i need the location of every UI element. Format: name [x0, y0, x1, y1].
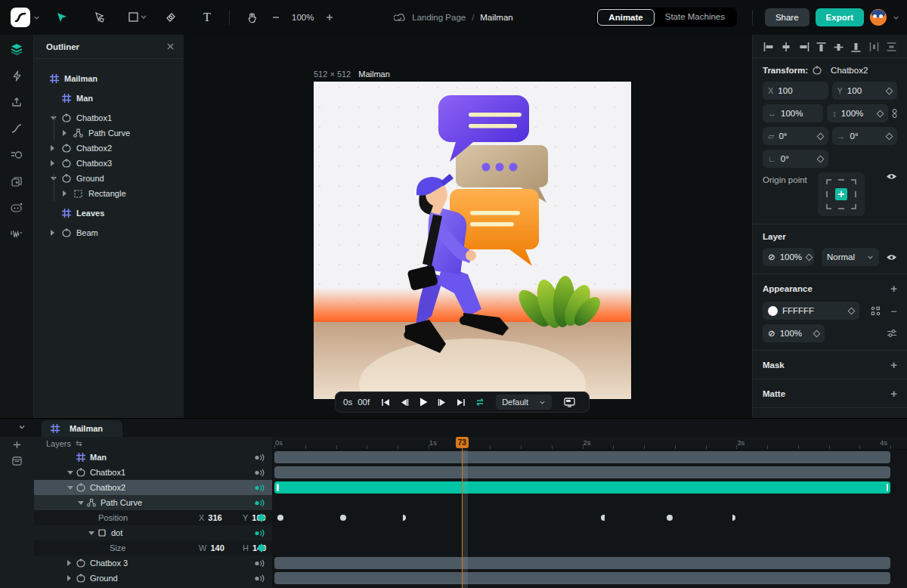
transform-field[interactable]: X100 — [763, 82, 828, 100]
transform-field[interactable]: ▱0° — [763, 127, 828, 145]
expander-closed-icon[interactable] — [63, 190, 67, 197]
keyframe-diamond-icon[interactable] — [816, 132, 824, 140]
layer-visibility-eye-icon[interactable] — [886, 253, 897, 262]
fill-color-field[interactable]: FFFFFF — [763, 302, 859, 320]
share-button[interactable]: Share — [765, 8, 809, 26]
timeline-bar[interactable] — [274, 466, 890, 478]
play-button[interactable] — [417, 397, 429, 407]
skip-to-start-button[interactable] — [379, 397, 392, 407]
timeline-row-chatbox1[interactable]: Chatbox1 — [34, 465, 272, 480]
animation-toggle-icon[interactable] — [254, 559, 265, 568]
keyframe-circle[interactable] — [667, 515, 673, 521]
add-fill-button[interactable]: + — [890, 282, 897, 295]
loop-toggle-icon[interactable] — [474, 397, 486, 407]
animation-toggle-icon[interactable] — [254, 499, 265, 507]
timeline-bar[interactable] — [274, 572, 890, 584]
add-layer-button[interactable] — [13, 441, 21, 449]
shape-tool[interactable] — [125, 6, 150, 29]
timeline-ruler[interactable]: 0s1s2s3s4s — [272, 437, 907, 450]
track-chatbox-3[interactable] — [272, 556, 907, 571]
remove-fill-button[interactable]: − — [890, 305, 897, 317]
playhead-frame-badge[interactable]: 73 — [456, 437, 469, 448]
add-matte-button[interactable]: + — [890, 387, 897, 400]
keyframe-diamond-icon[interactable] — [876, 110, 884, 117]
origin-visibility-eye-icon[interactable] — [886, 172, 897, 181]
layers-sort-icon[interactable]: ⇆ — [76, 439, 82, 447]
pan-hand-tool[interactable] — [239, 6, 265, 29]
track-ground[interactable] — [272, 571, 907, 586]
outliner-item-ground[interactable]: Ground — [34, 171, 184, 186]
zoom-out-button[interactable] — [268, 6, 284, 29]
layer-opacity-field[interactable]: ⊘ 100% — [763, 248, 814, 266]
timeline-row-dot[interactable]: dot — [34, 525, 272, 540]
logo-menu-chevron-icon[interactable] — [33, 14, 40, 21]
expander-open-icon[interactable] — [78, 501, 84, 505]
transform-field[interactable]: →0° — [832, 127, 898, 145]
bar-end-cap[interactable] — [887, 484, 889, 491]
outliner-item-leaves[interactable]: Leaves — [34, 206, 184, 221]
scale-link-icon[interactable] — [892, 108, 897, 119]
animation-toggle-icon[interactable] — [254, 453, 265, 462]
blend-mode-dropdown[interactable]: Normal — [822, 248, 879, 266]
outliner-item-man[interactable]: Man — [34, 91, 184, 106]
rive-logo[interactable] — [11, 8, 30, 27]
duplicate-icon[interactable] — [10, 175, 23, 188]
timeline-row-man[interactable]: Man — [34, 450, 272, 465]
expander-closed-icon[interactable] — [51, 230, 54, 236]
outliner-item-chatbox3[interactable]: Chatbox3 — [34, 156, 184, 171]
outliner-item-chatbox2[interactable]: Chatbox2 — [34, 141, 184, 156]
property-value-1[interactable]: W140 — [199, 543, 224, 552]
track-size[interactable] — [272, 540, 907, 556]
outliner-item-rectangle[interactable]: Rectangle — [34, 186, 184, 201]
keyframe-circle[interactable] — [277, 515, 283, 521]
timeline-bar[interactable] — [274, 451, 890, 463]
keyframe-half[interactable] — [403, 515, 407, 521]
transform-field[interactable]: ↔100% — [763, 104, 823, 122]
timeline-row-chatbox-3[interactable]: Chatbox 3 — [34, 556, 272, 571]
presentation-mode-icon[interactable] — [563, 397, 575, 407]
fill-opacity-field[interactable]: ⊘ 100% — [763, 324, 825, 342]
align-vertical-center-icon[interactable] — [833, 42, 844, 52]
export-share-icon[interactable] — [10, 95, 23, 109]
timeline-row-size[interactable]: SizeW140H140 — [34, 540, 272, 556]
animation-toggle-icon[interactable] — [254, 469, 265, 477]
align-right-icon[interactable] — [798, 42, 809, 52]
keyframe-diamond-icon[interactable] — [813, 330, 821, 337]
node-edit-tool[interactable] — [87, 6, 113, 29]
fill-color-swatch[interactable] — [768, 306, 778, 316]
add-mask-button[interactable]: + — [890, 358, 897, 371]
track-chatbox1[interactable] — [272, 465, 907, 480]
expander-closed-icon[interactable] — [67, 560, 71, 566]
keyframe-toggle[interactable] — [258, 545, 265, 551]
outliner-item-path-curve[interactable]: Path Curve — [34, 125, 184, 141]
keyframe-diamond-icon[interactable] — [257, 513, 265, 521]
keyframe-diamond-icon[interactable] — [886, 87, 893, 94]
events-icon[interactable] — [10, 69, 23, 82]
keyframe-diamond-icon[interactable] — [886, 132, 893, 140]
fill-style-grid-icon[interactable] — [871, 306, 881, 316]
track-man[interactable] — [272, 450, 907, 465]
timeline-row-chatbox2[interactable]: Chatbox2 — [34, 480, 272, 495]
track-chatbox2[interactable] — [272, 480, 907, 495]
track-position[interactable] — [272, 510, 907, 525]
expander-open-icon[interactable] — [88, 531, 94, 535]
timeline-collapse-chevron-icon[interactable] — [18, 423, 26, 431]
expander-closed-icon[interactable] — [67, 575, 71, 581]
keyframe-diamond-icon[interactable] — [257, 543, 265, 552]
animation-toggle-icon[interactable] — [254, 529, 265, 537]
keyframe-diamond-icon[interactable] — [817, 155, 825, 162]
expander-closed-icon[interactable] — [51, 160, 54, 166]
track-dot[interactable] — [272, 525, 907, 540]
align-top-icon[interactable] — [816, 42, 827, 52]
track-path-curve[interactable] — [272, 495, 907, 510]
canvas-stage[interactable]: 512 × 512 Mailman — [184, 35, 752, 418]
timeline-bar[interactable] — [274, 557, 890, 569]
artboard-canvas[interactable] — [314, 82, 631, 399]
timeline-bar-selected[interactable] — [274, 481, 890, 494]
outliner-item-mailman[interactable]: Mailman — [34, 71, 184, 86]
expander-open-icon[interactable] — [67, 486, 73, 490]
timeline-tab-mailman[interactable]: Mailman — [42, 420, 122, 437]
next-frame-button[interactable] — [436, 397, 448, 407]
animation-toggle-icon[interactable] — [254, 574, 265, 583]
animation-toggle-icon[interactable] — [254, 484, 265, 492]
